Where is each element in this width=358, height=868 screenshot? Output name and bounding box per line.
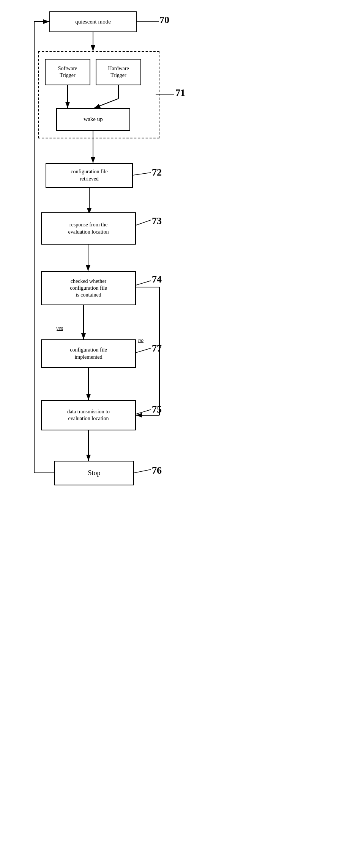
ref-77: 77: [152, 343, 162, 354]
quiescent-mode-box: quiescent mode: [49, 11, 137, 32]
response-eval-box: response from theevaluation location: [41, 212, 136, 245]
ref-70: 70: [159, 14, 169, 26]
svg-line-23: [134, 469, 151, 473]
hardware-trigger-label: HardwareTrigger: [108, 65, 129, 79]
checked-config-box: checked whetherconfiguration fileis cont…: [41, 271, 136, 305]
svg-line-19: [136, 281, 151, 285]
software-trigger-label: SoftwareTrigger: [58, 65, 77, 79]
svg-line-22: [136, 410, 151, 414]
data-transmission-box: data transmission toevaluation location: [41, 400, 136, 430]
ref-76: 76: [152, 465, 162, 476]
config-retrieved-label: configuration fileretrieved: [71, 168, 108, 182]
ref-73: 73: [152, 215, 162, 227]
config-implemented-label: configuration fileimplemented: [70, 347, 107, 360]
ref-75: 75: [152, 404, 162, 415]
no-label: no: [138, 337, 144, 344]
config-implemented-box: configuration fileimplemented: [41, 339, 136, 368]
stop-label: Stop: [88, 469, 100, 477]
yes-label: yes: [56, 325, 63, 331]
data-transmission-label: data transmission toevaluation location: [67, 408, 110, 422]
quiescent-mode-label: quiescent mode: [75, 18, 111, 26]
hardware-trigger-box: HardwareTrigger: [96, 59, 141, 85]
checked-config-label: checked whetherconfiguration fileis cont…: [70, 278, 107, 299]
stop-box: Stop: [54, 461, 134, 485]
ref-71: 71: [175, 87, 185, 99]
ref-74: 74: [152, 274, 162, 285]
config-retrieved-box: configuration fileretrieved: [46, 163, 133, 188]
response-eval-label: response from theevaluation location: [68, 221, 109, 235]
svg-line-20: [133, 173, 151, 175]
wake-up-label: wake up: [84, 116, 103, 123]
flowchart-diagram: quiescent mode 70 71 SoftwareTrigger Har…: [0, 0, 358, 868]
svg-line-18: [135, 220, 151, 226]
wake-up-box: wake up: [56, 108, 130, 131]
svg-line-21: [136, 348, 151, 353]
ref-72: 72: [152, 167, 162, 178]
software-trigger-box: SoftwareTrigger: [45, 59, 90, 85]
